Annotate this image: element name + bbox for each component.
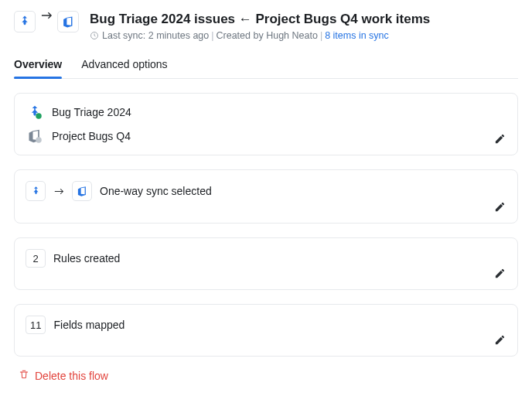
- svg-point-1: [36, 114, 42, 120]
- tab-overview[interactable]: Overview: [14, 58, 62, 78]
- rules-card: 2 Rules created: [14, 237, 518, 290]
- jira-project-icon: [26, 103, 44, 121]
- sync-direction-card: One-way sync selected: [14, 169, 518, 224]
- items-in-sync-link[interactable]: 8 items in sync: [325, 30, 389, 41]
- fields-card: 11 Fields mapped: [14, 304, 518, 357]
- projects-card: Bug Triage 2024 Project Bugs Q4: [14, 93, 518, 155]
- jira-icon: [26, 181, 46, 201]
- azure-devops-icon: [72, 181, 92, 201]
- edit-fields-button[interactable]: [491, 331, 508, 348]
- edit-rules-button[interactable]: [491, 265, 508, 282]
- tabs: Overview Advanced options: [14, 58, 518, 79]
- fields-count: 11: [26, 316, 46, 334]
- arrow-right-icon: [40, 11, 53, 20]
- trash-icon: [19, 369, 29, 382]
- azure-project-icon: [26, 127, 44, 145]
- delete-flow-button[interactable]: Delete this flow: [19, 369, 108, 382]
- edit-sync-button[interactable]: [491, 198, 508, 215]
- jira-icon: [14, 11, 36, 32]
- azure-devops-icon: [57, 11, 79, 32]
- edit-projects-button[interactable]: [491, 130, 508, 147]
- flow-header: Bug Triage 2024 issues ← Project Bugs Q4…: [14, 11, 518, 41]
- delete-flow-label: Delete this flow: [35, 370, 108, 382]
- rules-label: Rules created: [53, 252, 120, 265]
- page-title: Bug Triage 2024 issues ← Project Bugs Q4…: [90, 11, 518, 27]
- page-subtitle: Last sync: 2 minutes ago | Created by Hu…: [90, 30, 518, 41]
- target-project-name: Project Bugs Q4: [52, 130, 131, 142]
- created-by-text: Created by Hugh Neato: [217, 30, 318, 41]
- source-project-name: Bug Triage 2024: [52, 106, 131, 118]
- last-sync-text: Last sync: 2 minutes ago: [102, 30, 209, 41]
- tab-advanced-options[interactable]: Advanced options: [81, 58, 167, 78]
- rules-count: 2: [26, 249, 46, 268]
- sync-direction-text: One-way sync selected: [100, 185, 212, 197]
- arrow-right-icon: [53, 187, 64, 196]
- clock-icon: [90, 31, 99, 40]
- svg-point-2: [36, 138, 42, 144]
- fields-label: Fields mapped: [53, 319, 124, 331]
